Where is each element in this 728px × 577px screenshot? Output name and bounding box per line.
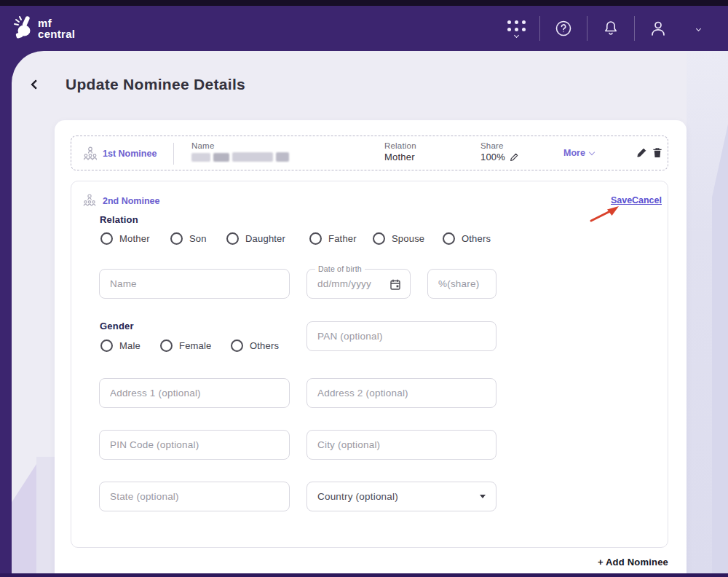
- share-percent-field[interactable]: [427, 269, 496, 299]
- radio-gender-others[interactable]: Others: [231, 339, 279, 352]
- page-bottom-strip: [0, 573, 728, 577]
- pin-code-field[interactable]: [99, 430, 290, 460]
- dropdown-caret-icon: [480, 495, 486, 498]
- radio-relation-father[interactable]: Father: [309, 232, 357, 245]
- page-header: Update Nominee Details: [26, 75, 245, 94]
- radio-label: Father: [328, 233, 357, 244]
- decorative-shape: [12, 464, 36, 573]
- edit-nominee-icon[interactable]: [636, 147, 647, 161]
- more-dropdown[interactable]: More: [563, 148, 594, 158]
- notifications-bell-icon[interactable]: [587, 19, 634, 38]
- radio-label: Female: [179, 340, 212, 351]
- nominee-1-row: 1st Nominee Name Relation Mother Share 1…: [71, 136, 668, 170]
- share-percent-input[interactable]: [428, 270, 496, 298]
- country-select[interactable]: Country (optional): [306, 482, 496, 511]
- edit-share-pencil-icon[interactable]: [510, 152, 519, 162]
- radio-circle[interactable]: [170, 232, 183, 245]
- header-actions: [493, 16, 715, 41]
- nominee-2-label: 2nd Nominee: [103, 196, 160, 206]
- add-nominee-button[interactable]: + Add Nominee: [598, 557, 668, 568]
- radio-label: Son: [189, 233, 207, 244]
- gender-section-label: Gender: [100, 321, 134, 331]
- calendar-icon[interactable]: [389, 278, 401, 294]
- nominee-1-name-column: Name: [191, 141, 289, 162]
- radio-relation-daughter[interactable]: Daughter: [226, 232, 285, 245]
- delete-nominee-icon[interactable]: [652, 147, 662, 161]
- divider: [173, 143, 174, 165]
- radio-circle[interactable]: [226, 232, 239, 245]
- name-input[interactable]: [100, 270, 289, 298]
- nominee-1-share-column: Share 100%: [480, 141, 519, 162]
- radio-circle[interactable]: [373, 232, 385, 245]
- state-field[interactable]: [99, 482, 290, 511]
- cancel-link[interactable]: Cancel: [632, 195, 662, 205]
- red-annotation-arrow: [587, 202, 622, 227]
- radio-relation-mother[interactable]: Mother: [100, 232, 150, 245]
- profile-icon[interactable]: [635, 18, 681, 39]
- radio-gender-male[interactable]: Male: [100, 339, 141, 352]
- address2-input[interactable]: [307, 379, 496, 407]
- redacted-name-value: [191, 152, 289, 162]
- nominee-group-icon: [82, 192, 98, 211]
- radio-label: Mother: [119, 233, 150, 244]
- radio-label: Daughter: [245, 233, 285, 244]
- name-label: Name: [191, 141, 289, 150]
- apps-grid-icon[interactable]: [493, 20, 539, 37]
- radio-circle[interactable]: [309, 232, 322, 245]
- nominee-2-form: 2nd Nominee Save Cancel Relation Mother …: [71, 181, 668, 548]
- hand-logo-icon: [12, 14, 36, 43]
- chevron-down-icon: [589, 149, 595, 155]
- nominees-card: 1st Nominee Name Relation Mother Share 1…: [55, 120, 687, 573]
- radio-circle[interactable]: [100, 339, 113, 352]
- decorative-shape: [36, 457, 57, 573]
- page-title: Update Nominee Details: [66, 76, 245, 93]
- more-label: More: [563, 148, 585, 158]
- radio-label: Spouse: [392, 233, 424, 244]
- address1-input[interactable]: [100, 379, 289, 407]
- account-dropdown-caret-icon[interactable]: [681, 27, 715, 31]
- share-value: 100%: [480, 152, 505, 162]
- app-header: mf central: [0, 6, 728, 51]
- radio-label: Male: [119, 340, 141, 351]
- help-icon[interactable]: [540, 19, 587, 38]
- country-select-value: Country (optional): [317, 491, 398, 502]
- relation-label: Relation: [384, 141, 416, 150]
- state-input[interactable]: [100, 482, 289, 511]
- pan-field[interactable]: [306, 321, 496, 351]
- radio-relation-spouse[interactable]: Spouse: [373, 232, 424, 245]
- page-content: Update Nominee Details 1st Nominee Name: [12, 51, 728, 573]
- logo-text: mf central: [38, 17, 75, 39]
- radio-label: Others: [250, 340, 279, 351]
- address1-field[interactable]: [99, 378, 290, 408]
- radio-gender-female[interactable]: Female: [160, 339, 212, 352]
- relation-section-label: Relation: [100, 214, 138, 225]
- dob-field[interactable]: Date of birth: [306, 269, 411, 299]
- pan-input[interactable]: [307, 322, 496, 350]
- nominee-group-icon: [82, 145, 99, 165]
- relation-value: Mother: [384, 152, 416, 162]
- share-label: Share: [480, 141, 519, 150]
- radio-circle[interactable]: [100, 232, 113, 245]
- radio-relation-son[interactable]: Son: [170, 232, 207, 245]
- nominee-1-label: 1st Nominee: [103, 149, 157, 159]
- pin-code-input[interactable]: [100, 431, 289, 459]
- city-input[interactable]: [307, 431, 496, 459]
- dob-floating-label: Date of birth: [315, 264, 365, 273]
- chevron-left-icon: [31, 79, 41, 90]
- city-field[interactable]: [306, 430, 496, 460]
- nominee-1-relation-column: Relation Mother: [384, 141, 416, 162]
- address2-field[interactable]: [306, 378, 496, 408]
- radio-circle[interactable]: [160, 339, 173, 352]
- mfcentral-logo[interactable]: mf central: [12, 14, 75, 43]
- radio-circle[interactable]: [231, 339, 243, 352]
- name-field[interactable]: [99, 269, 290, 299]
- back-button[interactable]: [26, 75, 45, 94]
- radio-label: Others: [462, 233, 491, 244]
- radio-relation-others[interactable]: Others: [443, 232, 491, 245]
- radio-circle[interactable]: [443, 232, 455, 245]
- browser-top-strip: [0, 0, 728, 6]
